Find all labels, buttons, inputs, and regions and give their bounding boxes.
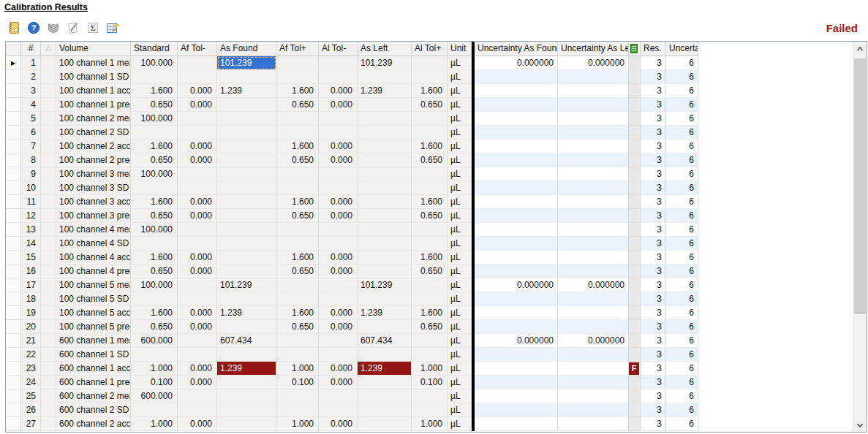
cell-standard[interactable] — [131, 237, 178, 251]
cell-res[interactable]: 3 — [641, 153, 666, 167]
cell-af-tol-minus[interactable] — [178, 292, 217, 306]
cell-af-tol-minus[interactable] — [178, 389, 217, 403]
cell-sort[interactable] — [41, 223, 56, 237]
cell-num[interactable]: 1 — [21, 56, 41, 70]
cell-uncertai[interactable]: 6 — [666, 237, 698, 251]
cell-af-tol-minus[interactable] — [178, 223, 217, 237]
cell-sort[interactable] — [41, 334, 56, 348]
sort-ascending-icon[interactable]: △ — [41, 42, 56, 56]
cell-unit[interactable]: µL — [448, 98, 472, 112]
cell-unc-as-left[interactable] — [558, 223, 629, 237]
cell-as-left[interactable] — [358, 181, 412, 195]
cell-unc-as-found[interactable] — [475, 209, 558, 223]
cell-volume[interactable]: 100 channel 2 SD — [56, 126, 131, 140]
cell-as-found[interactable] — [217, 292, 276, 306]
cell-unc-as-found[interactable] — [475, 181, 558, 195]
cell-unc-as-left[interactable] — [558, 417, 629, 431]
cell-as-left[interactable] — [358, 292, 412, 306]
cell-af-tol-plus[interactable] — [276, 403, 319, 417]
cell-unit[interactable]: µL — [448, 251, 472, 264]
cell-standard[interactable]: 0.100 — [131, 376, 178, 389]
cell-unit[interactable]: µL — [448, 126, 472, 140]
cell-res[interactable]: 3 — [641, 98, 666, 112]
cell-af-tol-plus[interactable] — [276, 223, 319, 237]
cell-al-tol-plus[interactable]: 1.000 — [412, 417, 448, 431]
header-row-selector[interactable] — [6, 42, 21, 56]
cell-af-tol-minus[interactable] — [178, 56, 217, 70]
cell-af-tol-minus[interactable]: 0.000 — [178, 84, 217, 98]
cell-af-tol-plus[interactable]: 1.600 — [276, 306, 319, 320]
cell-unc-as-found[interactable] — [475, 251, 558, 264]
cell-volume[interactable]: 100 channel 5 acc — [56, 306, 131, 320]
cell-unit[interactable]: µL — [448, 417, 472, 431]
row-selector[interactable] — [6, 140, 21, 153]
cell-as-found[interactable]: 607.434 — [217, 334, 276, 348]
cell-uncertai[interactable]: 6 — [666, 126, 698, 140]
cell-as-found[interactable]: 101.239 — [217, 56, 276, 70]
cell-al-tol-plus[interactable] — [412, 348, 448, 362]
cell-unit[interactable]: µL — [448, 56, 472, 70]
cell-res[interactable]: 3 — [641, 140, 666, 153]
cell-res[interactable]: 3 — [641, 348, 666, 362]
cell-flag[interactable] — [629, 223, 641, 237]
cell-unit[interactable]: µL — [448, 181, 472, 195]
cell-af-tol-plus[interactable]: 1.600 — [276, 195, 319, 209]
cell-af-tol-minus[interactable] — [178, 70, 217, 84]
cell-res[interactable]: 3 — [641, 195, 666, 209]
cell-al-tol-plus[interactable]: 0.650 — [412, 209, 448, 223]
cell-res[interactable]: 3 — [641, 223, 666, 237]
cell-unc-as-left[interactable] — [558, 209, 629, 223]
cell-al-tol-minus[interactable]: 0.000 — [319, 362, 358, 376]
cell-af-tol-minus[interactable] — [178, 278, 217, 292]
cell-af-tol-plus[interactable]: 1.600 — [276, 84, 319, 98]
cell-res[interactable]: 3 — [641, 56, 666, 70]
row-selector[interactable] — [6, 98, 21, 112]
cell-standard[interactable]: 1.000 — [131, 417, 178, 431]
cell-al-tol-plus[interactable] — [412, 181, 448, 195]
header-unit[interactable]: Unit — [448, 42, 472, 56]
cell-num[interactable]: 26 — [21, 403, 41, 417]
cell-unc-as-left[interactable] — [558, 126, 629, 140]
cell-as-left[interactable] — [358, 264, 412, 278]
row-selector[interactable] — [6, 153, 21, 167]
cell-as-left[interactable] — [358, 140, 412, 153]
header-volume[interactable]: Volume — [56, 42, 131, 56]
cell-af-tol-plus[interactable] — [276, 292, 319, 306]
vertical-scrollbar[interactable] — [853, 42, 867, 432]
cell-volume[interactable]: 100 channel 3 SD — [56, 181, 131, 195]
cell-uncertai[interactable]: 6 — [666, 195, 698, 209]
header-uncertainty-as-found[interactable]: Uncertainty As Found — [475, 42, 558, 56]
cell-sort[interactable] — [41, 389, 56, 403]
cell-sort[interactable] — [41, 153, 56, 167]
cell-standard[interactable]: 100.000 — [131, 112, 178, 126]
cell-uncertai[interactable]: 6 — [666, 167, 698, 181]
cell-unc-as-left[interactable] — [558, 112, 629, 126]
cell-af-tol-plus[interactable] — [276, 348, 319, 362]
cell-unit[interactable]: µL — [448, 153, 472, 167]
cell-flag[interactable] — [629, 195, 641, 209]
cell-num[interactable]: 11 — [21, 195, 41, 209]
cell-volume[interactable]: 100 channel 2 mean — [56, 112, 131, 126]
help-icon[interactable]: ? — [26, 20, 40, 34]
cell-sort[interactable] — [41, 362, 56, 376]
cell-unit[interactable]: µL — [448, 112, 472, 126]
cell-unit[interactable]: µL — [448, 264, 472, 278]
cell-al-tol-plus[interactable]: 0.650 — [412, 320, 448, 334]
cell-unc-as-found[interactable] — [475, 70, 558, 84]
row-selector[interactable]: ▶ — [6, 56, 21, 70]
cell-unit[interactable]: µL — [448, 195, 472, 209]
cell-af-tol-minus[interactable] — [178, 126, 217, 140]
cell-uncertai[interactable]: 6 — [666, 389, 698, 403]
cell-sort[interactable] — [41, 292, 56, 306]
header-al-tol-plus[interactable]: Al Tol+ — [412, 42, 448, 56]
cell-unc-as-found[interactable] — [475, 126, 558, 140]
cell-num[interactable]: 27 — [21, 417, 41, 431]
cell-af-tol-minus[interactable]: 0.000 — [178, 320, 217, 334]
row-selector[interactable] — [6, 403, 21, 417]
cell-sort[interactable] — [41, 348, 56, 362]
cell-standard[interactable]: 1.600 — [131, 306, 178, 320]
cell-af-tol-plus[interactable]: 0.650 — [276, 153, 319, 167]
cell-unc-as-found[interactable] — [475, 98, 558, 112]
cell-res[interactable]: 3 — [641, 237, 666, 251]
cell-num[interactable]: 18 — [21, 292, 41, 306]
